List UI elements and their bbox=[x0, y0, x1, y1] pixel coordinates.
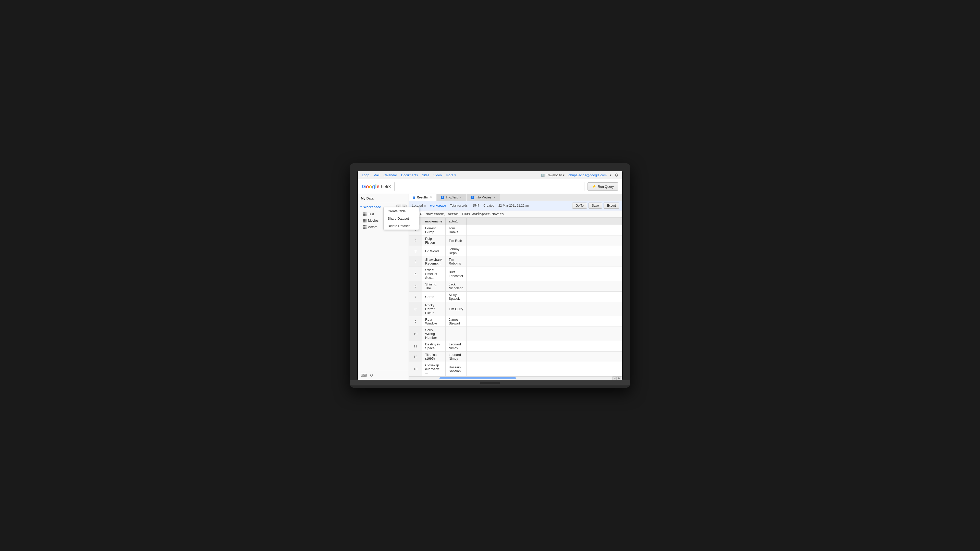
nav-sites[interactable]: Sites bbox=[422, 173, 429, 177]
query-input[interactable] bbox=[394, 182, 585, 191]
run-query-label: Run Query bbox=[598, 185, 614, 189]
sidebar-item-movies-label: Movies bbox=[368, 219, 379, 222]
cell-empty bbox=[466, 327, 622, 341]
col-header-actor1[interactable]: actor1 bbox=[445, 218, 466, 225]
cell-actor1: Tim Robbins bbox=[445, 256, 466, 267]
total-records-value: 1547 bbox=[473, 204, 479, 207]
horizontal-scrollbar[interactable]: ◁ ▷ bbox=[409, 376, 622, 380]
travelocity-label: Travelocity bbox=[546, 173, 562, 177]
query-bar: Google heliX ⚡ Run Query bbox=[358, 179, 622, 194]
cell-moviename: Rocky Horror Pictur... bbox=[422, 302, 445, 316]
refresh-icon[interactable]: ↻ bbox=[370, 373, 373, 378]
table-row[interactable]: 8 Rocky Horror Pictur... Tim Curry bbox=[409, 302, 622, 316]
cell-row-num: 3 bbox=[409, 246, 422, 256]
table-row[interactable]: 12 Titanica (1995) Leonard Nimoy bbox=[409, 351, 622, 362]
scroll-arrows: ◁ ▷ bbox=[612, 376, 622, 380]
cell-row-num: 6 bbox=[409, 281, 422, 292]
data-table-container[interactable]: Row moviename actor1 1 Forrest Gump Tom … bbox=[409, 218, 622, 376]
goto-button[interactable]: Go To bbox=[572, 203, 587, 209]
tab-info-movies-close[interactable]: ✕ bbox=[493, 196, 496, 199]
results-info-bar: Located in workspace Total records: 1547… bbox=[409, 201, 622, 210]
travelocity-button[interactable]: 🏢 Travelocity ▾ bbox=[541, 173, 565, 177]
cell-actor1: Leonard Nimoy bbox=[445, 341, 466, 351]
user-email[interactable]: johnpalacios@google.com bbox=[568, 173, 607, 177]
table-row[interactable]: 13 Close-Up (Nema-ye ... Hossain Sabzian bbox=[409, 362, 622, 376]
info-test-icon: i bbox=[441, 196, 444, 199]
scroll-thumb[interactable] bbox=[439, 377, 516, 380]
tabs-bar: ▦ Results ✕ i Info.Test ✕ i Info.Movies bbox=[409, 194, 622, 201]
table-row[interactable]: 5 Sweet Smell of Suc... Burt Lancaster bbox=[409, 267, 622, 281]
cell-moviename: Shawshank Redemp... bbox=[422, 256, 445, 267]
created-date-value: 22-Mar-2011 11:22am bbox=[498, 204, 529, 207]
table-row[interactable]: 7 Carrie Sissy Spacek bbox=[409, 292, 622, 302]
cell-row-num: 5 bbox=[409, 267, 422, 281]
main-content: My Data ▼ Workspace + ≡ bbox=[358, 194, 622, 380]
cell-row-num: 10 bbox=[409, 327, 422, 341]
sidebar-bottom-toolbar: ⌨ ↻ bbox=[358, 371, 409, 380]
tab-info-test-close[interactable]: ✕ bbox=[459, 196, 463, 199]
save-button[interactable]: Save bbox=[589, 203, 602, 209]
table-row[interactable]: 11 Destiny in Space Leonard Nimoy bbox=[409, 341, 622, 351]
tab-results-label: Results bbox=[417, 196, 428, 199]
cell-row-num: 13 bbox=[409, 362, 422, 376]
table-row[interactable]: 1 Forrest Gump Tom Hanks bbox=[409, 225, 622, 235]
cell-empty bbox=[466, 256, 622, 267]
building-icon: 🏢 bbox=[541, 173, 545, 177]
scroll-left-button[interactable]: ◁ bbox=[612, 376, 617, 380]
cell-actor1: Hossain Sabzian bbox=[445, 362, 466, 376]
settings-icon[interactable]: ⚙ bbox=[614, 173, 618, 178]
cell-actor1: Jack Nicholson bbox=[445, 281, 466, 292]
nav-documents[interactable]: Documents bbox=[401, 173, 418, 177]
nav-mail[interactable]: Mail bbox=[373, 173, 380, 177]
tab-results-close[interactable]: ✕ bbox=[429, 196, 433, 199]
table-row[interactable]: 3 Ed Wood Johnny Depp bbox=[409, 246, 622, 256]
cell-row-num: 8 bbox=[409, 302, 422, 316]
cell-actor1: Tim Curry bbox=[445, 302, 466, 316]
context-create-table[interactable]: Create table bbox=[383, 207, 419, 215]
cell-empty bbox=[466, 341, 622, 351]
table-row[interactable]: 2 Pulp Fiction Tim Roth bbox=[409, 235, 622, 246]
cell-empty bbox=[466, 225, 622, 235]
nav-video[interactable]: Video bbox=[433, 173, 442, 177]
cell-empty bbox=[466, 246, 622, 256]
cell-actor1: Sissy Spacek bbox=[445, 292, 466, 302]
nav-loop[interactable]: Loop bbox=[362, 173, 369, 177]
table-row[interactable]: 9 Rear Window James Stewart bbox=[409, 316, 622, 327]
table-icon-movies bbox=[363, 219, 366, 222]
cell-row-num: 12 bbox=[409, 351, 422, 362]
cell-moviename: Ed Wood bbox=[422, 246, 445, 256]
workspace-link[interactable]: workspace bbox=[430, 204, 446, 207]
context-delete-dataset[interactable]: Delete Dataset bbox=[383, 222, 419, 230]
tab-info-movies[interactable]: i Info.Movies ✕ bbox=[467, 194, 500, 201]
info-movies-icon: i bbox=[471, 196, 474, 199]
workspace-arrow-icon: ▼ bbox=[360, 206, 363, 208]
sql-display: SELECT moviename, actor1 FROM workspace.… bbox=[409, 210, 622, 218]
cell-empty bbox=[466, 292, 622, 302]
lightning-icon: ⚡ bbox=[592, 184, 596, 189]
table-header-row: Row moviename actor1 bbox=[409, 218, 622, 225]
export-button[interactable]: Export bbox=[604, 203, 619, 209]
cell-actor1: Tim Roth bbox=[445, 235, 466, 246]
table-row[interactable]: 10 Sorry, Wrong Number bbox=[409, 327, 622, 341]
col-header-moviename[interactable]: moviename bbox=[422, 218, 445, 225]
tab-info-test-label: Info.Test bbox=[446, 196, 457, 199]
table-row[interactable]: 6 Shining, The Jack Nicholson bbox=[409, 281, 622, 292]
cell-empty bbox=[466, 351, 622, 362]
table-row[interactable]: 4 Shawshank Redemp... Tim Robbins bbox=[409, 256, 622, 267]
nav-more[interactable]: more ▾ bbox=[446, 173, 456, 177]
tab-info-test[interactable]: i Info.Test ✕ bbox=[437, 194, 466, 201]
cell-actor1: James Stewart bbox=[445, 316, 466, 327]
run-query-button[interactable]: ⚡ Run Query bbox=[587, 183, 618, 191]
cell-actor1: Burt Lancaster bbox=[445, 267, 466, 281]
top-navigation: Loop Mail Calendar Documents Sites Video… bbox=[358, 171, 622, 179]
cell-actor1: Johnny Depp bbox=[445, 246, 466, 256]
app-container: Google heliX ⚡ Run Query My Data ▼ Works… bbox=[358, 179, 622, 380]
context-share-dataset[interactable]: Share Dataset bbox=[383, 215, 419, 222]
col-header-empty bbox=[466, 218, 622, 225]
nav-calendar[interactable]: Calendar bbox=[383, 173, 397, 177]
tab-results[interactable]: ▦ Results ✕ bbox=[409, 194, 436, 201]
cell-empty bbox=[466, 281, 622, 292]
terminal-icon[interactable]: ⌨ bbox=[361, 373, 367, 378]
nav-links: Loop Mail Calendar Documents Sites Video… bbox=[362, 173, 456, 177]
scroll-right-button[interactable]: ▷ bbox=[617, 376, 621, 380]
